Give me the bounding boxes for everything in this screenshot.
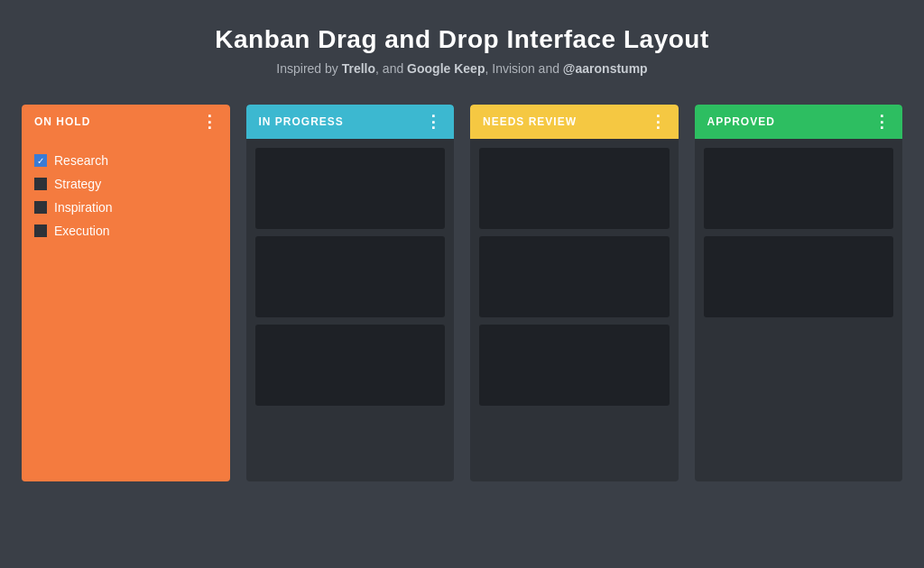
card[interactable] — [255, 236, 446, 317]
checklist-label-research: Research — [54, 153, 108, 168]
checklist-label-strategy: Strategy — [54, 177, 101, 191]
list-item: Inspiration — [34, 200, 217, 215]
column-on-hold-header: ON HOLD ⋮ — [22, 105, 230, 139]
checkbox-execution[interactable] — [34, 224, 47, 237]
page-header: Kanban Drag and Drop Interface Layout In… — [0, 0, 924, 88]
card[interactable] — [704, 236, 894, 317]
column-on-hold: ON HOLD ⋮ ✓ Research Strategy — [22, 105, 230, 481]
column-approved-title: APPROVED — [707, 115, 775, 128]
column-needs-review-menu-icon[interactable]: ⋮ — [650, 114, 666, 130]
column-needs-review-body — [470, 139, 679, 481]
column-in-progress-body — [246, 139, 455, 481]
checkbox-research[interactable]: ✓ — [34, 154, 47, 167]
card[interactable] — [479, 236, 670, 317]
checklist: ✓ Research Strategy Inspiration Ex — [34, 148, 217, 238]
column-approved-body — [695, 139, 903, 481]
column-in-progress-header: IN PROGRESS ⋮ — [246, 105, 455, 139]
checkmark-icon: ✓ — [37, 156, 44, 166]
column-in-progress: IN PROGRESS ⋮ — [246, 105, 455, 481]
page-subtitle: Inspired by Trello, and Google Keep, Inv… — [18, 61, 906, 76]
list-item: ✓ Research — [34, 153, 217, 168]
column-needs-review: NEEDS REVIEW ⋮ — [470, 105, 679, 481]
kanban-board: ON HOLD ⋮ ✓ Research Strategy — [0, 88, 924, 481]
column-approved-header: APPROVED ⋮ — [695, 105, 903, 139]
page-title: Kanban Drag and Drop Interface Layout — [18, 25, 906, 54]
column-in-progress-menu-icon[interactable]: ⋮ — [425, 114, 441, 130]
checkbox-strategy[interactable] — [34, 178, 47, 190]
list-item: Strategy — [34, 177, 217, 191]
card[interactable] — [255, 325, 446, 406]
column-approved-menu-icon[interactable]: ⋮ — [873, 114, 890, 130]
checklist-label-inspiration: Inspiration — [54, 200, 113, 215]
column-needs-review-header: NEEDS REVIEW ⋮ — [470, 105, 679, 139]
column-approved: APPROVED ⋮ — [695, 105, 903, 481]
checkbox-inspiration[interactable] — [34, 201, 47, 214]
card[interactable] — [704, 148, 894, 229]
column-on-hold-menu-icon[interactable]: ⋮ — [201, 114, 217, 130]
card[interactable] — [479, 325, 670, 406]
column-in-progress-title: IN PROGRESS — [259, 115, 344, 128]
card[interactable] — [255, 148, 446, 229]
column-on-hold-body: ✓ Research Strategy Inspiration Ex — [22, 139, 230, 481]
column-needs-review-title: NEEDS REVIEW — [483, 115, 577, 128]
card[interactable] — [479, 148, 670, 229]
column-on-hold-title: ON HOLD — [34, 115, 90, 128]
list-item: Execution — [34, 224, 217, 238]
checklist-label-execution: Execution — [54, 224, 109, 238]
page-wrapper: Kanban Drag and Drop Interface Layout In… — [0, 0, 924, 481]
